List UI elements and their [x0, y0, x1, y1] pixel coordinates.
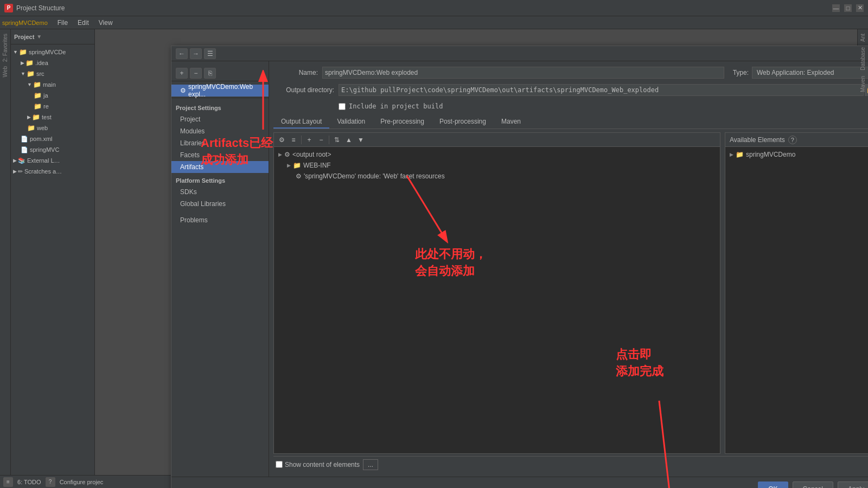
artifact-item-springmvc[interactable]: ⚙ springMVCDemo:Web expl... — [171, 85, 269, 97]
more-button[interactable]: ... — [363, 459, 378, 470]
chevron-right-icon: ▶ — [13, 158, 17, 163]
include-checkbox[interactable] — [339, 103, 346, 110]
menu-edit[interactable]: Edit — [73, 18, 93, 28]
available-elements-content: ▶ 📁 springMVCDemo — [725, 147, 868, 453]
project-panel: Project ▼ ▼ 📁 springMVCDe ▶ 📁 .idea ▼ 📁 — [11, 29, 95, 475]
project-tree: ▼ 📁 springMVCDe ▶ 📁 .idea ▼ 📁 src ▼ 📁 — [11, 44, 94, 475]
nav-item-sdks[interactable]: SDKs — [171, 186, 269, 198]
tree-item-springmvc-file[interactable]: 📄 springMVC — [11, 144, 94, 155]
chevron-right-icon: ▶ — [21, 60, 24, 66]
favorites-panel-label[interactable]: 2: Favorites — [1, 31, 9, 64]
nav-back-button[interactable]: ← — [176, 48, 188, 59]
nav-item-artifacts[interactable]: Artifacts — [171, 161, 269, 173]
cancel-button[interactable]: Cancel — [793, 481, 833, 489]
name-input[interactable] — [322, 67, 724, 79]
folder-icon: 📁 — [27, 70, 35, 78]
web-panel-label[interactable]: Web — [1, 64, 9, 79]
nav-libraries-label: Libraries — [180, 139, 205, 147]
nav-project-label: Project — [180, 115, 200, 123]
dialog-nav-panel: + − ⎘ ⚙ springMVCDemo:Web expl... — [171, 61, 269, 477]
toolbar-remove-button[interactable]: − — [316, 134, 327, 145]
name-row: Name: Type: Web Application: Exploded — [273, 66, 868, 80]
artifact-icon: ⚙ — [180, 87, 186, 94]
add-artifact-button[interactable]: + — [176, 68, 188, 79]
project-icon[interactable]: ≡ — [3, 477, 13, 487]
nav-item-problems[interactable]: Problems — [171, 214, 269, 226]
tree-item-src[interactable]: ▼ 📁 src — [11, 68, 94, 79]
maximize-button[interactable]: □ — [844, 4, 852, 12]
tree-item-idea[interactable]: ▶ 📁 .idea — [11, 57, 94, 68]
toolbar-sort-button[interactable]: ⇅ — [331, 134, 342, 145]
tree-item-java[interactable]: 📁 ja — [11, 90, 94, 101]
help-icon[interactable]: ? — [46, 477, 55, 487]
tab-preprocessing[interactable]: Pre-processing — [373, 115, 432, 129]
content-panels: ⚙ ≡ + − ⇅ ▲ ▼ — [273, 132, 868, 454]
tab-output-layout[interactable]: Output Layout — [273, 115, 329, 129]
tree-item-pom[interactable]: 📄 pom.xml — [11, 133, 94, 144]
output-root-item[interactable]: ▶ ⚙ <output root> — [276, 149, 718, 160]
apply-button[interactable]: Apply — [838, 481, 868, 489]
type-select[interactable]: Web Application: Exploded — [752, 67, 868, 79]
available-elements-header: Available Elements ? — [725, 133, 868, 147]
available-elements-help-button[interactable]: ? — [788, 136, 797, 144]
output-dir-input[interactable] — [339, 84, 864, 96]
show-content-row: Show content of elements — [276, 461, 360, 468]
nav-item-libraries[interactable]: Libraries — [171, 137, 269, 149]
tree-item-main[interactable]: ▼ 📁 main — [11, 79, 94, 90]
tree-item-resources[interactable]: 📁 re — [11, 101, 94, 112]
avail-springmvc-item[interactable]: ▶ 📁 springMVCDemo — [727, 149, 868, 160]
project-structure-dialog: ← → ☰ + − ⎘ — [171, 46, 868, 488]
app-title: Project Structure — [16, 4, 65, 12]
ok-button[interactable]: OK — [758, 481, 788, 489]
toolbar-add-button[interactable]: + — [304, 134, 315, 145]
project-settings-label: Project Settings — [176, 105, 221, 111]
toolbar-down-button[interactable]: ▼ — [355, 134, 366, 145]
project-panel-header: Project ▼ — [11, 29, 94, 44]
facet-icon: ⚙ — [296, 172, 302, 180]
tab-maven[interactable]: Maven — [494, 115, 528, 129]
layout-toolbar: ⚙ ≡ + − ⇅ ▲ ▼ — [274, 133, 720, 147]
nav-tree-button[interactable]: ☰ — [204, 48, 216, 59]
tree-item-external[interactable]: ▶ 📚 External L… — [11, 155, 94, 166]
dialog-title: ← → ☰ — [171, 46, 868, 61]
todo-count: 6 — [17, 479, 21, 485]
show-content-checkbox[interactable] — [276, 461, 283, 468]
project-label: Project — [14, 34, 34, 40]
tab-postprocessing[interactable]: Post-processing — [432, 115, 494, 129]
artifact-item-label: springMVCDemo:Web expl... — [188, 83, 264, 98]
tab-validation[interactable]: Validation — [329, 115, 373, 129]
ide-title: springMVCDemo — [2, 20, 48, 26]
minimize-button[interactable]: — — [832, 4, 840, 12]
tree-item-web[interactable]: 📁 web — [11, 123, 94, 133]
nav-item-project[interactable]: Project — [171, 113, 269, 125]
remove-artifact-button[interactable]: − — [190, 68, 202, 79]
toolbar-up-button[interactable]: ▲ — [343, 134, 354, 145]
database-panel-label[interactable]: Database — [859, 45, 867, 73]
copy-artifact-button[interactable]: ⎘ — [204, 68, 216, 79]
menu-view[interactable]: View — [94, 18, 117, 28]
ant-panel-label[interactable]: Ant — [859, 31, 867, 44]
title-bar: P Project Structure — □ ✕ — [0, 0, 868, 16]
tree-item-test[interactable]: ▶ 📁 test — [11, 112, 94, 123]
chevron-down-icon: ▼ — [21, 71, 25, 76]
webinf-item[interactable]: ▶ 📁 WEB-INF — [276, 160, 718, 171]
maven-panel-label[interactable]: Maven — [859, 74, 867, 94]
nav-item-global-libs[interactable]: Global Libraries — [171, 198, 269, 210]
tree-item-label: src — [36, 70, 44, 77]
close-button[interactable]: ✕ — [856, 4, 864, 12]
tree-item-label: springMVCDe — [29, 49, 66, 55]
facet-resources-item[interactable]: ⚙ 'springMVCDemo' module: 'Web' facet re… — [276, 171, 718, 182]
tree-item-scratches[interactable]: ▶ ✏ Scratches a… — [11, 166, 94, 177]
window-controls: — □ ✕ — [832, 4, 864, 12]
toolbar-list-button[interactable]: ≡ — [288, 134, 299, 145]
nav-item-facets[interactable]: Facets — [171, 149, 269, 161]
menu-file[interactable]: File — [53, 18, 72, 28]
nav-item-modules[interactable]: Modules — [171, 125, 269, 137]
nav-forward-button[interactable]: → — [190, 48, 202, 59]
toolbar-separator — [301, 136, 302, 144]
expand-icon: ▶ — [278, 152, 282, 157]
toolbar-gear-button[interactable]: ⚙ — [276, 134, 287, 145]
tree-item-springmvc[interactable]: ▼ 📁 springMVCDe — [11, 47, 94, 57]
xml-file-icon: 📄 — [21, 136, 28, 143]
bottom-content-row: Show content of elements ... — [273, 456, 868, 472]
